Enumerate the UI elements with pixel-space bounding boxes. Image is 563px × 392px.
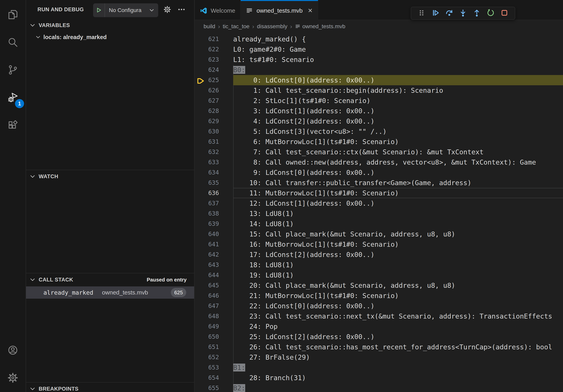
continue-button[interactable] (428, 7, 442, 19)
code-line-text[interactable]: 4: LdConst[2](address: 0x00..) (233, 116, 563, 126)
code-line-640[interactable]: 640 15: Call place_mark(&mut Scenario, a… (195, 229, 563, 239)
code-line-text[interactable]: B1: (233, 362, 563, 373)
breadcrumb-item[interactable]: build (204, 23, 215, 30)
code-line-622[interactable]: 622L0: game#2#0: Game (195, 44, 563, 54)
breadcrumb-item[interactable]: disassembly (257, 23, 287, 30)
line-number[interactable]: 623 (195, 54, 233, 65)
variables-section-header[interactable]: VARIABLES (26, 19, 194, 32)
line-number[interactable]: 624 (195, 65, 233, 75)
code-line-text[interactable]: 13: LdU8(1) (233, 209, 563, 219)
code-line-644[interactable]: 644 19: LdU8(1) (195, 270, 563, 280)
code-line-text[interactable]: 2: StLoc[1](ts#1#0: Scenario) (233, 95, 563, 106)
line-number[interactable]: 642 (195, 249, 233, 260)
code-line-text[interactable]: 21: MutBorrowLoc[1](ts#1#0: Scenario) (233, 290, 563, 301)
code-line-641[interactable]: 641 16: MutBorrowLoc[1](ts#1#0: Scenario… (195, 239, 563, 249)
code-line-text[interactable]: 20: Call place_mark(&mut Scenario, addre… (233, 280, 563, 290)
line-number[interactable]: 637 (195, 198, 233, 209)
code-line-text[interactable]: B2: (233, 383, 563, 392)
code-line-text[interactable]: 16: MutBorrowLoc[1](ts#1#0: Scenario) (233, 239, 563, 249)
code-line-text[interactable]: 24: Pop (233, 321, 563, 332)
code-line-text[interactable]: 27: BrFalse(29) (233, 352, 563, 362)
line-number[interactable]: 638 (195, 209, 233, 219)
code-line-text[interactable]: 18: LdU8(1) (233, 260, 563, 270)
code-line-text[interactable]: 9: LdConst[0](address: 0x00..) (233, 167, 563, 178)
restart-button[interactable] (484, 7, 498, 19)
line-number[interactable]: 626 (195, 85, 233, 95)
line-number[interactable]: 629 (195, 116, 233, 126)
code-line-text[interactable]: already_marked() { (233, 34, 563, 44)
step-out-button[interactable] (470, 7, 484, 19)
activity-item-accounts[interactable] (0, 337, 26, 364)
tab-welcome[interactable]: Welcome (195, 0, 241, 20)
activity-item-search[interactable] (0, 29, 26, 56)
breakpoints-section-header[interactable]: BREAKPOINTS (26, 382, 194, 392)
line-number[interactable]: 633 (195, 157, 233, 167)
line-number[interactable]: 645 (195, 280, 233, 290)
code-line-text[interactable]: B0: (233, 65, 563, 75)
line-number[interactable]: 652 (195, 352, 233, 362)
watch-section-header[interactable]: WATCH (26, 170, 194, 183)
line-number[interactable]: 628 (195, 106, 233, 116)
code-line-text[interactable]: L0: game#2#0: Game (233, 44, 563, 54)
line-number[interactable]: 636 (195, 188, 233, 198)
code-line-621[interactable]: 621already_marked() { (195, 34, 563, 44)
activity-item-source-control[interactable] (0, 56, 26, 84)
line-number[interactable]: 651 (195, 342, 233, 352)
views-more-actions-button[interactable] (178, 0, 185, 19)
code-line-653[interactable]: 653B1: (195, 362, 563, 373)
breadcrumb-item[interactable]: tic_tac_toe (223, 23, 249, 30)
code-line-649[interactable]: 649 24: Pop (195, 321, 563, 332)
code-line-631[interactable]: 631 6: MutBorrowLoc[1](ts#1#0: Scenario) (195, 137, 563, 147)
code-line-text[interactable]: 0: LdConst[0](address: 0x00..) (233, 75, 563, 85)
code-line-628[interactable]: 628 3: LdConst[1](address: 0x00..) (195, 106, 563, 116)
code-line-635[interactable]: 635 10: Call transfer::public_transfer<G… (195, 178, 563, 188)
code-line-647[interactable]: 647 22: LdConst[0](address: 0x00..) (195, 301, 563, 311)
line-number[interactable]: 654 (195, 373, 233, 383)
code-line-623[interactable]: 623L1: ts#1#0: Scenario (195, 54, 563, 65)
step-over-button[interactable] (442, 7, 456, 19)
line-number[interactable]: 650 (195, 332, 233, 342)
code-line-text[interactable]: 1: Call test_scenario::begin(address): S… (233, 85, 563, 95)
code-line-627[interactable]: 627 2: StLoc[1](ts#1#0: Scenario) (195, 95, 563, 106)
line-number[interactable]: 632 (195, 147, 233, 157)
code-line-text[interactable]: 10: Call transfer::public_transfer<Game>… (233, 178, 563, 188)
code-line-654[interactable]: 654 28: Branch(31) (195, 373, 563, 383)
launch-configuration-dropdown[interactable]: No Configura (93, 3, 158, 17)
line-number[interactable]: 655 (195, 383, 233, 392)
code-line-643[interactable]: 643 18: LdU8(1) (195, 260, 563, 270)
activity-item-extensions[interactable] (0, 112, 26, 139)
call-stack-frame[interactable]: already_markedowned_tests.mvb625 (26, 287, 194, 299)
code-line-text[interactable]: 26: Call test_scenario::has_most_recent_… (233, 342, 563, 352)
line-number[interactable]: 630 (195, 126, 233, 137)
code-line-text[interactable]: 19: LdU8(1) (233, 270, 563, 280)
variables-scope-row[interactable]: locals: already_marked (26, 32, 194, 43)
line-number[interactable]: 622 (195, 44, 233, 54)
debug-settings-button[interactable] (163, 0, 171, 19)
code-line-text[interactable]: 8: Call owned::new(address, address, vec… (233, 157, 563, 167)
line-number[interactable]: 640 (195, 229, 233, 239)
code-line-630[interactable]: 630 5: LdConst[3](vector<u8>: "" /..) (195, 126, 563, 137)
line-number[interactable]: 649 (195, 321, 233, 332)
code-line-645[interactable]: 645 20: Call place_mark(&mut Scenario, a… (195, 280, 563, 290)
code-line-650[interactable]: 650 25: LdConst[2](address: 0x00..) (195, 332, 563, 342)
code-editor[interactable]: 621already_marked() {622L0: game#2#0: Ga… (195, 33, 563, 392)
code-line-text[interactable]: 3: LdConst[1](address: 0x00..) (233, 106, 563, 116)
start-debugging-icon[interactable] (93, 3, 105, 17)
code-line-text[interactable]: 6: MutBorrowLoc[1](ts#1#0: Scenario) (233, 137, 563, 147)
code-line-text[interactable]: 25: LdConst[2](address: 0x00..) (233, 332, 563, 342)
code-line-text[interactable]: 11: MutBorrowLoc[1](ts#1#0: Scenario) (233, 188, 563, 198)
code-line-text[interactable]: 28: Branch(31) (233, 373, 563, 383)
line-number[interactable]: 621 (195, 34, 233, 44)
line-number[interactable]: 646 (195, 290, 233, 301)
code-line-text[interactable]: 22: LdConst[0](address: 0x00..) (233, 301, 563, 311)
code-line-629[interactable]: 629 4: LdConst[2](address: 0x00..) (195, 116, 563, 126)
code-line-642[interactable]: 642 17: LdConst[2](address: 0x00..) (195, 249, 563, 260)
code-line-639[interactable]: 639 14: LdU8(1) (195, 219, 563, 229)
code-line-632[interactable]: 632 7: Call test_scenario::ctx(&mut Scen… (195, 147, 563, 157)
code-line-652[interactable]: 652 27: BrFalse(29) (195, 352, 563, 362)
line-number[interactable]: 653 (195, 362, 233, 373)
code-line-633[interactable]: 633 8: Call owned::new(address, address,… (195, 157, 563, 167)
code-line-text[interactable]: 17: LdConst[2](address: 0x00..) (233, 249, 563, 260)
line-number[interactable]: 639 (195, 219, 233, 229)
line-number[interactable]: 648 (195, 311, 233, 321)
